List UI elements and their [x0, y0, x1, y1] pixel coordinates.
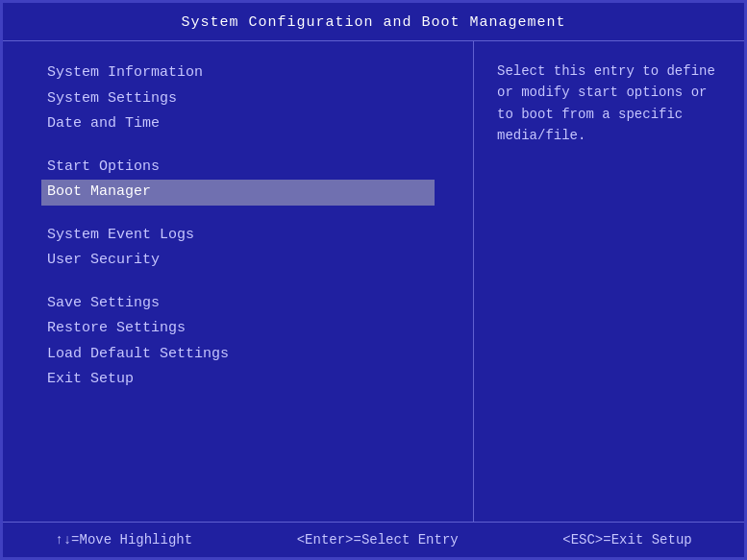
bios-screen: System Configuration and Boot Management…	[0, 0, 747, 560]
menu-item-1-0[interactable]: Start Options	[41, 155, 435, 181]
content-area: System InformationSystem SettingsDate an…	[3, 41, 744, 522]
footer-exit: <ESC>=Exit Setup	[543, 532, 710, 548]
footer-select: <Enter>=Select Entry	[278, 532, 478, 548]
menu-item-3-1[interactable]: Restore Settings	[41, 316, 435, 342]
menu-item-3-0[interactable]: Save Settings	[41, 291, 435, 317]
description-text: Select this entry to define or modify st…	[497, 63, 715, 143]
menu-item-0-0[interactable]: System Information	[41, 61, 435, 86]
menu-group-3: Save SettingsRestore SettingsLoad Defaul…	[41, 291, 435, 393]
title-text: System Configuration and Boot Management	[181, 14, 565, 31]
menu-group-2: System Event LogsUser Security	[41, 223, 435, 274]
title-bar: System Configuration and Boot Management	[3, 3, 744, 41]
menu-item-3-3[interactable]: Exit Setup	[41, 367, 435, 393]
menu-item-3-2[interactable]: Load Default Settings	[41, 342, 435, 368]
footer: ↑↓=Move Highlight <Enter>=Select Entry <…	[3, 522, 744, 557]
menu-group-0: System InformationSystem SettingsDate an…	[41, 61, 435, 137]
description-panel: Select this entry to define or modify st…	[474, 41, 744, 522]
menu-group-1: Start OptionsBoot Manager	[41, 155, 435, 206]
menu-item-0-1[interactable]: System Settings	[41, 86, 435, 112]
menu-item-2-1[interactable]: User Security	[41, 248, 435, 274]
menu-item-1-1[interactable]: Boot Manager	[41, 180, 435, 206]
menu-panel: System InformationSystem SettingsDate an…	[3, 41, 474, 522]
footer-move: ↑↓=Move Highlight	[36, 532, 212, 548]
menu-item-0-2[interactable]: Date and Time	[41, 111, 435, 137]
menu-item-2-0[interactable]: System Event Logs	[41, 223, 435, 249]
